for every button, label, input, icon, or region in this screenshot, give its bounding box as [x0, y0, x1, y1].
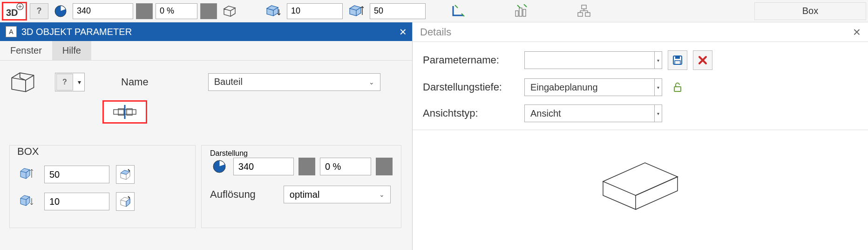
box-height-icon: [348, 4, 365, 19]
type-question-select[interactable]: ? ▾: [55, 73, 85, 91]
height-input[interactable]: [370, 3, 426, 19]
parametername-label: Parametername:: [423, 54, 519, 66]
darstellung-color-input[interactable]: [233, 158, 294, 175]
darstellung-fg-swatch[interactable]: [298, 158, 315, 175]
box-depth-icon: [265, 4, 282, 19]
svg-rect-8: [578, 13, 583, 16]
box-depth-pick-button[interactable]: [116, 192, 135, 211]
depth-icon-button[interactable]: [263, 2, 284, 21]
name-label: Name: [121, 76, 149, 88]
color-angle-input[interactable]: [73, 3, 133, 19]
cube-pick-top-icon: [119, 168, 132, 181]
darstellung-bg-swatch[interactable]: [376, 158, 393, 175]
box-depth-icon: [18, 193, 38, 210]
aufloesung-select[interactable]: optimal ⌄: [284, 186, 391, 203]
aufloesung-value: optimal: [290, 189, 319, 200]
delete-params-button[interactable]: [693, 50, 712, 70]
box-height-icon: [18, 166, 38, 183]
aufloesung-label: Auflösung: [210, 188, 256, 201]
floppy-disk-icon: [672, 55, 683, 65]
object-parameter-dialog: A 3D OBJEKT PARAMETER × Fenster Hilfe ? …: [0, 22, 412, 250]
box-panel: BOX: [9, 145, 196, 228]
view-bars-button[interactable]: [511, 2, 532, 21]
svg-text:3D: 3D: [6, 7, 18, 18]
save-params-button[interactable]: [668, 50, 687, 70]
svg-rect-19: [674, 87, 681, 91]
dialog-menu: Fenster Hilfe: [0, 41, 412, 61]
darstellung-panel: Darstellung Auflösung optimal: [201, 145, 401, 228]
align-horizontal-icon: [111, 105, 139, 119]
pie-color-icon: [54, 4, 68, 18]
box-depth-input[interactable]: [44, 193, 109, 210]
svg-rect-9: [585, 13, 590, 16]
object-3d-icon: [9, 69, 42, 95]
axis-icon: [450, 4, 466, 18]
ansichtstyp-dropdown-button[interactable]: ▾: [655, 104, 662, 122]
preview-3d-box-icon: [584, 144, 696, 228]
ansichtstyp-select[interactable]: Ansicht: [524, 104, 655, 122]
chevron-down-icon: ⌄: [379, 191, 385, 198]
opacity-input[interactable]: [156, 3, 197, 19]
app-icon: A: [6, 26, 17, 37]
fg-color-swatch[interactable]: [136, 3, 153, 19]
darstellung-opacity-input[interactable]: [320, 158, 371, 175]
menu-fenster[interactable]: Fenster: [0, 41, 52, 60]
bg-color-swatch[interactable]: [200, 3, 217, 19]
height-icon-button[interactable]: [346, 2, 367, 21]
svg-rect-7: [582, 5, 586, 9]
material-button[interactable]: [220, 2, 240, 21]
ansichtstyp-label: Ansichtstyp:: [423, 107, 519, 119]
view-l-button[interactable]: [448, 2, 468, 21]
preview-viewport[interactable]: [413, 130, 868, 250]
bars-3d-icon: [514, 4, 529, 18]
details-close-button[interactable]: ×: [853, 25, 861, 40]
name-select[interactable]: Bauteil ⌄: [208, 73, 380, 91]
darstellungstiefe-label: Darstellungstiefe:: [423, 81, 519, 93]
unlock-icon: [672, 82, 683, 92]
lock-button[interactable]: [668, 77, 687, 97]
color-pie-icon: [210, 158, 229, 175]
name-select-value: Bauteil: [214, 76, 243, 87]
object-type-box-button[interactable]: Box: [754, 2, 866, 20]
parametername-dropdown-button[interactable]: ▾: [655, 51, 662, 69]
mode-3d-button[interactable]: 3D: [2, 2, 27, 21]
cube-pick-side-icon: [119, 195, 132, 208]
help-small-button[interactable]: ?: [30, 3, 48, 19]
depth-input[interactable]: [287, 3, 343, 19]
parametername-select[interactable]: [524, 51, 655, 69]
object-type-label: Box: [802, 6, 818, 16]
dialog-titlebar: A 3D OBJEKT PARAMETER ×: [0, 22, 412, 41]
darstellung-section-title: Darstellung: [210, 149, 393, 158]
ansichtstyp-value: Ansicht: [530, 108, 561, 119]
hierarchy-button[interactable]: [575, 2, 593, 21]
cube-material-icon: [222, 4, 238, 18]
svg-rect-5: [519, 8, 522, 16]
top-toolbar: 3D ?: [0, 0, 868, 22]
darstellungstiefe-select[interactable]: Eingabeplanung: [524, 78, 655, 96]
box-height-pick-button[interactable]: [116, 165, 135, 184]
menu-hilfe[interactable]: Hilfe: [52, 41, 91, 60]
darstellungstiefe-dropdown-button[interactable]: ▾: [655, 78, 662, 96]
tree-icon: [577, 4, 591, 18]
chevron-down-icon: ⌄: [369, 78, 374, 86]
question-icon: ?: [56, 74, 73, 90]
dialog-close-button[interactable]: ×: [400, 25, 407, 39]
delete-x-icon: [698, 56, 707, 65]
color-wheel-button[interactable]: [51, 2, 70, 21]
details-title: Details: [420, 26, 451, 38]
svg-rect-18: [675, 61, 680, 64]
svg-rect-6: [523, 9, 526, 16]
box-section-title: BOX: [14, 146, 41, 158]
chevron-down-icon: ▾: [74, 78, 84, 86]
details-panel: Details × Parametername: ▾: [412, 22, 868, 250]
alignment-tool-button[interactable]: [102, 100, 147, 124]
dialog-title-text: 3D OBJEKT PARAMETER: [21, 27, 132, 37]
question-icon: ?: [37, 6, 42, 16]
box-height-input[interactable]: [44, 166, 109, 183]
svg-rect-17: [675, 56, 680, 59]
svg-rect-4: [515, 11, 518, 16]
darstellungstiefe-value: Eingabeplanung: [530, 82, 598, 93]
